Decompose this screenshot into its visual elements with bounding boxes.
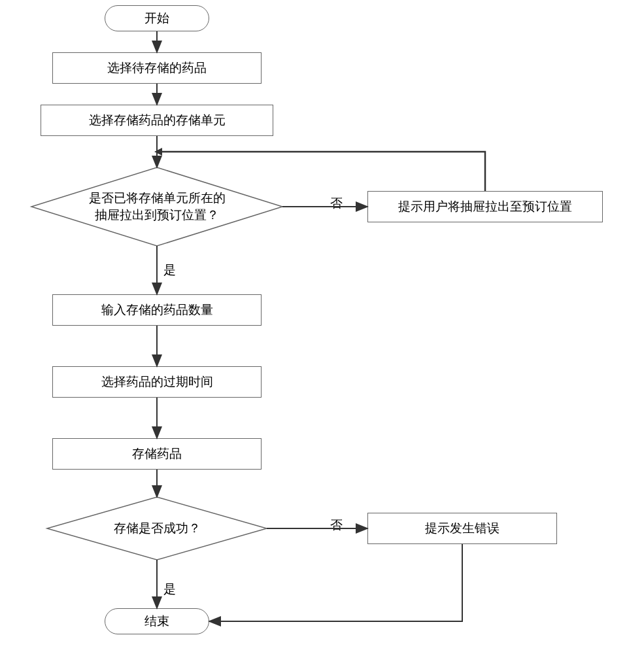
edge-label-d2-yes: 是 (163, 581, 176, 598)
start-label: 开始 (144, 10, 169, 27)
flow-process-select-medicine: 选择待存储的药品 (52, 52, 262, 84)
d2-label: 存储是否成功？ (114, 520, 201, 537)
edge-label-d2-no: 否 (330, 517, 343, 534)
p4-label: 输入存储的药品数量 (101, 301, 213, 318)
p2-label: 选择存储药品的存储单元 (89, 112, 226, 129)
flow-process-select-unit: 选择存储药品的存储单元 (41, 105, 273, 136)
flow-process-store: 存储药品 (52, 438, 262, 470)
p1-label: 选择待存储的药品 (107, 60, 207, 77)
flow-process-prompt-drawer: 提示用户将抽屉拉出至预订位置 (367, 191, 603, 222)
edge-label-d1-yes: 是 (163, 262, 176, 279)
flow-end: 结束 (105, 608, 209, 634)
end-label: 结束 (144, 613, 169, 630)
d1-label: 是否已将存储单元所在的 抽屉拉出到预订位置？ (89, 190, 226, 223)
flow-decision-drawer: 是否已将存储单元所在的 抽屉拉出到预订位置？ (31, 167, 282, 246)
p5-label: 选择药品的过期时间 (101, 373, 213, 390)
flow-process-select-expiry: 选择药品的过期时间 (52, 366, 262, 398)
svg-marker-7 (154, 148, 162, 156)
flow-process-enter-qty: 输入存储的药品数量 (52, 294, 262, 326)
flow-start: 开始 (105, 5, 209, 31)
flow-process-error: 提示发生错误 (367, 513, 557, 544)
p3-label: 提示用户将抽屉拉出至预订位置 (398, 198, 572, 215)
flow-decision-success: 存储是否成功？ (47, 497, 267, 560)
p6-label: 存储药品 (132, 445, 182, 462)
edge-label-d1-no: 否 (330, 195, 343, 212)
p7-label: 提示发生错误 (425, 520, 500, 537)
